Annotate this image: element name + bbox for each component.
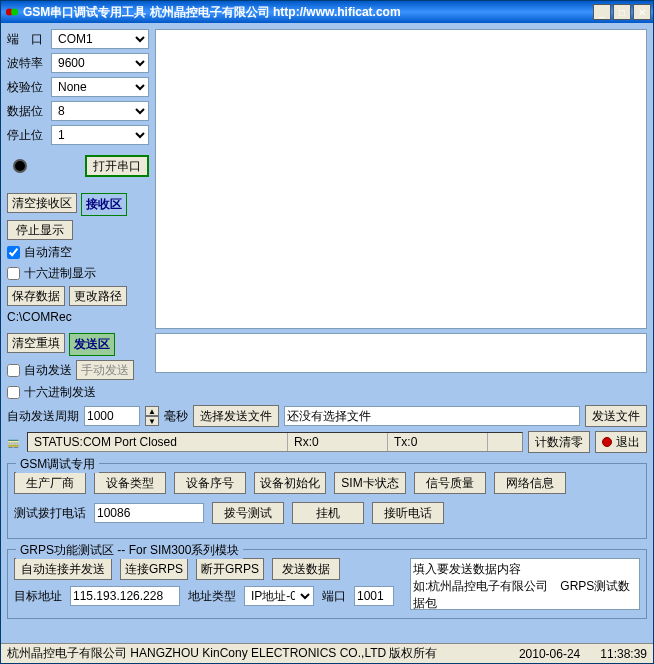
hex-display-checkbox[interactable] bbox=[7, 267, 20, 280]
target-addr-input[interactable] bbox=[70, 586, 180, 606]
save-path: C:\COMRec bbox=[7, 310, 149, 324]
grps-legend: GRPS功能测试区 -- For SIM300系列模块 bbox=[16, 542, 243, 559]
databits-select[interactable]: 8 bbox=[51, 101, 149, 121]
titlebar: GSM串口调试专用工具 杭州晶控电子有限公司 http://www.hifica… bbox=[1, 1, 653, 23]
auto-clear-checkbox[interactable] bbox=[7, 246, 20, 259]
addr-type-label: 地址类型 bbox=[188, 588, 236, 605]
recv-textarea[interactable] bbox=[155, 29, 647, 329]
select-file-button[interactable]: 选择发送文件 bbox=[193, 405, 279, 427]
port-label: 端 口 bbox=[7, 31, 47, 48]
stopbits-label: 停止位 bbox=[7, 127, 47, 144]
tx-count: Tx:0 bbox=[388, 433, 488, 451]
stopbits-select[interactable]: 1 bbox=[51, 125, 149, 145]
hex-display-label: 十六进制显示 bbox=[24, 265, 96, 282]
addr-type-select[interactable]: IP地址-0 bbox=[244, 586, 314, 606]
send-period-input[interactable] bbox=[84, 406, 140, 426]
footer-date: 2010-06-24 bbox=[519, 647, 580, 661]
footer-company: 杭州晶控电子有限公司 HANGZHOU KinCony ELECTRONICS … bbox=[7, 645, 499, 662]
grps-group: GRPS功能测试区 -- For SIM300系列模块 自动连接并发送 连接GR… bbox=[7, 549, 647, 619]
auto-send-label: 自动发送 bbox=[24, 362, 72, 379]
parity-select[interactable]: None bbox=[51, 77, 149, 97]
dial-label: 测试拨打电话 bbox=[14, 505, 86, 522]
grps-data-textarea[interactable]: 填入要发送数据内容 如:杭州晶控电子有限公司 GRPS测试数据包 bbox=[410, 558, 640, 610]
manual-send-button[interactable]: 手动发送 bbox=[76, 360, 134, 380]
rx-count: Rx:0 bbox=[288, 433, 388, 451]
status-text: STATUS:COM Port Closed bbox=[28, 433, 288, 451]
exit-icon bbox=[602, 437, 612, 447]
grps-connect-button[interactable]: 连接GRPS bbox=[120, 558, 188, 580]
gsm-devserial-button[interactable]: 设备序号 bbox=[174, 472, 246, 494]
recv-area-label: 接收区 bbox=[81, 193, 127, 216]
counter-clear-button[interactable]: 计数清零 bbox=[528, 431, 590, 453]
databits-label: 数据位 bbox=[7, 103, 47, 120]
auto-clear-label: 自动清空 bbox=[24, 244, 72, 261]
gsm-legend: GSM调试专用 bbox=[16, 456, 99, 473]
grps-port-label: 端口 bbox=[322, 588, 346, 605]
exit-button[interactable]: 退出 bbox=[595, 431, 647, 453]
stop-display-button[interactable]: 停止显示 bbox=[7, 220, 73, 240]
app-icon bbox=[5, 5, 19, 19]
minimize-button[interactable]: _ bbox=[593, 4, 611, 20]
gsm-devtype-button[interactable]: 设备类型 bbox=[94, 472, 166, 494]
maximize-button[interactable]: □ bbox=[613, 4, 631, 20]
hex-send-checkbox[interactable] bbox=[7, 386, 20, 399]
period-unit: 毫秒 bbox=[164, 408, 188, 425]
hangup-button[interactable]: 挂机 bbox=[292, 502, 364, 524]
answer-button[interactable]: 接听电话 bbox=[372, 502, 444, 524]
main-window: GSM串口调试专用工具 杭州晶控电子有限公司 http://www.hifica… bbox=[0, 0, 654, 664]
grps-send-button[interactable]: 发送数据 bbox=[272, 558, 340, 580]
gsm-sim-button[interactable]: SIM卡状态 bbox=[334, 472, 406, 494]
change-path-button[interactable]: 更改路径 bbox=[69, 286, 127, 306]
clear-send-button[interactable]: 清空重填 bbox=[7, 333, 65, 353]
gsm-group: GSM调试专用 生产厂商 设备类型 设备序号 设备初始化 SIM卡状态 信号质量… bbox=[7, 463, 647, 539]
target-addr-label: 目标地址 bbox=[14, 588, 62, 605]
dial-input[interactable] bbox=[94, 503, 204, 523]
close-button[interactable]: ✕ bbox=[633, 4, 651, 20]
footer-time: 11:38:39 bbox=[600, 647, 647, 661]
gsm-manufacturer-button[interactable]: 生产厂商 bbox=[14, 472, 86, 494]
gsm-signal-button[interactable]: 信号质量 bbox=[414, 472, 486, 494]
baud-label: 波特率 bbox=[7, 55, 47, 72]
svg-point-1 bbox=[11, 9, 18, 16]
period-down-button[interactable]: ▼ bbox=[145, 416, 159, 426]
save-data-button[interactable]: 保存数据 bbox=[7, 286, 65, 306]
status-led bbox=[13, 159, 27, 173]
send-area-label: 发送区 bbox=[69, 333, 115, 356]
open-port-button[interactable]: 打开串口 bbox=[85, 155, 149, 177]
baud-select[interactable]: 9600 bbox=[51, 53, 149, 73]
hex-send-label: 十六进制发送 bbox=[24, 384, 96, 401]
send-textarea[interactable] bbox=[155, 333, 647, 373]
auto-send-checkbox[interactable] bbox=[7, 364, 20, 377]
send-file-button[interactable]: 发送文件 bbox=[585, 405, 647, 427]
parity-label: 校验位 bbox=[7, 79, 47, 96]
clear-recv-button[interactable]: 清空接收区 bbox=[7, 193, 77, 213]
grps-port-input[interactable] bbox=[354, 586, 394, 606]
title-text: GSM串口调试专用工具 杭州晶控电子有限公司 http://www.hifica… bbox=[23, 4, 593, 21]
statusbar: 杭州晶控电子有限公司 HANGZHOU KinCony ELECTRONICS … bbox=[1, 643, 653, 663]
dial-test-button[interactable]: 拨号测试 bbox=[212, 502, 284, 524]
grps-disconnect-button[interactable]: 断开GRPS bbox=[196, 558, 264, 580]
gsm-init-button[interactable]: 设备初始化 bbox=[254, 472, 326, 494]
send-period-label: 自动发送周期 bbox=[7, 408, 79, 425]
grps-autoconnect-button[interactable]: 自动连接并发送 bbox=[14, 558, 112, 580]
port-select[interactable]: COM1 bbox=[51, 29, 149, 49]
gsm-network-button[interactable]: 网络信息 bbox=[494, 472, 566, 494]
file-path-input bbox=[284, 406, 580, 426]
train-icon: 🚃 bbox=[7, 437, 22, 448]
period-up-button[interactable]: ▲ bbox=[145, 406, 159, 416]
